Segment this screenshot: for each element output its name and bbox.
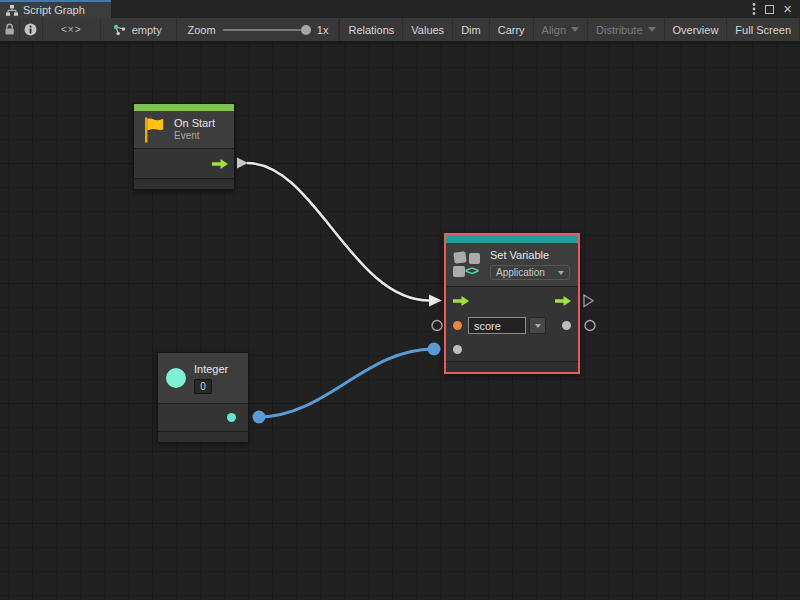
flow-output-arrow-icon[interactable] (212, 159, 228, 169)
variable-name-value: score (474, 320, 501, 332)
on-start-header: On Start Event (134, 111, 234, 148)
zoom-value: 1x (317, 24, 329, 36)
set-variable-value-row (446, 337, 578, 361)
variable-scope-value: Application (496, 267, 545, 278)
unit-preview-button[interactable]: <×> (43, 18, 101, 41)
window-controls: × (752, 0, 800, 18)
title-bar: Script Graph × (0, 0, 800, 18)
set-variable-right-circle-port[interactable] (585, 321, 595, 331)
variable-output-port[interactable] (562, 321, 571, 330)
zoom-label: Zoom (187, 24, 215, 36)
integer-type-icon (166, 368, 186, 388)
node-integer[interactable]: Integer 0 (157, 352, 249, 443)
variable-name-dropdown[interactable]: score (468, 317, 526, 334)
graph-canvas[interactable]: On Start Event Integer 0 (0, 43, 800, 600)
set-variable-name-row: score (446, 314, 578, 337)
values-button[interactable]: Values (403, 18, 453, 41)
graph-reference-button[interactable]: empty (101, 18, 178, 41)
on-start-accent-bar (134, 104, 234, 111)
wire-arrowhead-icon (429, 295, 442, 307)
set-variable-left-circle-port[interactable] (432, 321, 442, 331)
integer-title: Integer (194, 363, 228, 376)
relations-label: Relations (348, 24, 394, 36)
align-label: Align (542, 24, 566, 36)
info-button[interactable] (20, 18, 43, 41)
set-variable-accent-bar (446, 235, 578, 243)
graph-nodes-icon (113, 24, 126, 36)
on-start-subtitle: Event (174, 130, 215, 142)
flow-input-arrow-icon[interactable] (453, 296, 469, 306)
on-start-flow-row (134, 148, 234, 178)
on-start-footer (134, 178, 234, 189)
align-button[interactable]: Align (534, 18, 588, 41)
lock-button[interactable] (0, 18, 20, 41)
overview-button[interactable]: Overview (665, 18, 728, 41)
close-icon[interactable]: × (783, 4, 792, 14)
tab-label: Script Graph (23, 4, 85, 16)
integer-output-row (158, 403, 248, 431)
integer-output-port[interactable] (227, 413, 236, 422)
graph-hierarchy-icon (6, 5, 18, 16)
relations-button[interactable]: Relations (339, 18, 403, 41)
set-variable-exit-port[interactable] (584, 295, 593, 307)
variable-brackets-icon: <> (465, 263, 478, 278)
chevron-down-icon (571, 27, 579, 32)
wires-overlay (0, 43, 800, 600)
distribute-label: Distribute (596, 24, 642, 36)
toolbar-buttons: Relations Values Dim Carry Align Distrib… (339, 18, 800, 41)
variable-value-input-port[interactable] (453, 345, 462, 354)
dim-button[interactable]: Dim (453, 18, 490, 41)
variable-name-input-port[interactable] (453, 321, 462, 330)
zoom-slider[interactable] (223, 29, 310, 31)
menu-icon[interactable] (752, 2, 756, 16)
flag-icon (142, 116, 166, 144)
maximize-icon[interactable] (765, 5, 774, 14)
full-screen-label: Full Screen (735, 24, 791, 36)
node-on-start[interactable]: On Start Event (133, 103, 235, 190)
values-label: Values (411, 24, 444, 36)
flow-output-arrow-icon[interactable] (555, 296, 571, 306)
node-set-variable[interactable]: <> Set Variable Application score (444, 233, 580, 374)
set-variable-flow-row (446, 287, 578, 314)
on-start-exit-port[interactable] (237, 158, 248, 169)
graph-toolbar: <×> empty Zoom 1x Relations Values Dim C… (0, 18, 800, 43)
distribute-button[interactable]: Distribute (588, 18, 664, 41)
dim-label: Dim (461, 24, 481, 36)
code-glyph: <×> (61, 24, 82, 35)
on-start-title: On Start (174, 117, 215, 130)
carry-button[interactable]: Carry (490, 18, 534, 41)
tab-script-graph[interactable]: Script Graph (0, 0, 111, 18)
carry-label: Carry (498, 24, 525, 36)
chevron-down-icon (558, 271, 564, 275)
set-variable-header: <> Set Variable Application (446, 243, 578, 286)
wire-control-flow[interactable] (247, 163, 429, 301)
set-variable-body: score (446, 286, 578, 361)
integer-footer (158, 431, 248, 442)
chevron-down-icon (648, 27, 656, 32)
zoom-slider-handle[interactable] (301, 25, 311, 35)
zoom-control: Zoom 1x (177, 18, 339, 41)
set-variable-footer (446, 361, 578, 372)
full-screen-button[interactable]: Full Screen (727, 18, 800, 41)
graph-reference-label: empty (132, 24, 162, 36)
set-variable-title: Set Variable (490, 249, 570, 262)
chevron-down-icon (535, 324, 541, 328)
lock-icon (4, 23, 15, 36)
wire-start-dot (253, 411, 266, 424)
variable-scope-dropdown[interactable]: Application (490, 265, 570, 280)
integer-value-field[interactable]: 0 (194, 379, 212, 394)
variable-name-dropdown-button[interactable] (529, 317, 546, 334)
integer-header: Integer 0 (158, 353, 248, 403)
info-icon (24, 23, 37, 36)
overview-label: Overview (673, 24, 719, 36)
wire-value-flow[interactable] (259, 349, 433, 417)
wire-end-dot (428, 343, 441, 356)
variables-icon: <> (453, 251, 483, 278)
